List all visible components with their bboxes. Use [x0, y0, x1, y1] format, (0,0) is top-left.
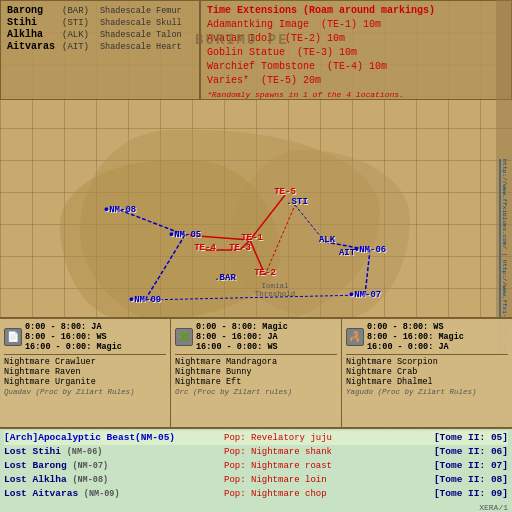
- te-row: Warchief Tombstone (TE-4) 10m: [207, 60, 505, 74]
- spawn-row-aitvaras: Lost Aitvaras (NM-09) Pop: Nightmare cho…: [4, 487, 508, 501]
- nm-list-row: Stihi (STI) Shadescale Skull: [7, 17, 193, 28]
- nm-desc: Shadescale Femur: [100, 6, 182, 16]
- nm-panel-2-monsters: Nightmare Mandragora Nightmare Bunny Nig…: [175, 357, 337, 387]
- nm-name: Aitvaras: [7, 41, 62, 52]
- time-extensions-panel: Time Extensions (Roam around markings) A…: [200, 0, 512, 100]
- spawn-header-row: [Arch]Apocalyptic Beast(NM-05) Pop: Reve…: [4, 431, 508, 445]
- spawn-header-col1: [Arch]Apocalyptic Beast(NM-05): [4, 431, 224, 445]
- nm-desc: Shadescale Skull: [100, 18, 182, 28]
- nm-panel-1: 📄 0:00 - 8:00: JA 8:00 - 16:00: WS 16:00…: [0, 319, 171, 427]
- spawn-header-col2: Pop: Revelatory juju: [224, 431, 418, 445]
- spawn-row-alklha: Lost Alklha (NM-08) Pop: Nightmare loin …: [4, 473, 508, 487]
- te-row: Adamantking Image (TE-1) 10m: [207, 18, 505, 32]
- spawn-aitvaras-col1: Lost Aitvaras (NM-09): [4, 487, 224, 501]
- te-row: Avatar Idol (TE-2) 10m: [207, 32, 505, 46]
- spawn-barong-col2: Pop: Nightmare roast: [224, 459, 418, 473]
- nm-panels: 📄 0:00 - 8:00: JA 8:00 - 16:00: WS 16:00…: [0, 317, 512, 427]
- nm-panel-3: 🦂 0:00 - 8:00: WS 8:00 - 16:00: Magic 16…: [342, 319, 512, 427]
- spawn-stihi-col2: Pop: Nightmare shank: [224, 445, 418, 459]
- nm-panel-3-times: 0:00 - 8:00: WS 8:00 - 16:00: Magic 16:0…: [367, 322, 464, 352]
- nm-name: Stihi: [7, 17, 62, 28]
- nm-panel-3-icon: 🦂: [346, 328, 364, 346]
- nm-panel-3-monsters: Nightmare Scorpion Nightmare Crab Nightm…: [346, 357, 508, 387]
- nm-panel-2-header: 🌿 0:00 - 8:00: Magic 8:00 - 16:00: JA 16…: [175, 322, 337, 355]
- spawn-row-stihi: Lost Stihi (NM-06) Pop: Nightmare shank …: [4, 445, 508, 459]
- spawn-barong-col1: Lost Barong (NM-07): [4, 459, 224, 473]
- time-ext-title: Time Extensions (Roam around markings): [207, 5, 505, 16]
- nm-id: (STI): [62, 18, 100, 28]
- spawn-alklha-col3: [Tome II: 08]: [418, 473, 508, 487]
- nm-panel-1-header: 📄 0:00 - 8:00: JA 8:00 - 16:00: WS 16:00…: [4, 322, 166, 355]
- nm-panel-2-proc: Orc (Proc by Zilart rules): [175, 388, 337, 396]
- nm-panel-1-times: 0:00 - 8:00: JA 8:00 - 16:00: WS 16:00 -…: [25, 322, 122, 352]
- spawn-barong-col3: [Tome II: 07]: [418, 459, 508, 473]
- te-row: Varies* (TE-5) 20m: [207, 74, 505, 88]
- nm-desc: Shadescale Talon: [100, 30, 182, 40]
- spawn-stihi-col3: [Tome II: 06]: [418, 445, 508, 459]
- te-row: Goblin Statue (TE-3) 10m: [207, 46, 505, 60]
- nm-panel-3-header: 🦂 0:00 - 8:00: WS 8:00 - 16:00: Magic 16…: [346, 322, 508, 355]
- spawn-aitvaras-col2: Pop: Nightmare chop: [224, 487, 418, 501]
- te-note: *Randomly spawns in 1 of the 4 locations…: [207, 90, 505, 99]
- nm-rows: Barong (BAR) Shadescale Femur Stihi (STI…: [7, 5, 193, 52]
- nm-panel-3-proc: Yagudo (Proc by Zilart Rules): [346, 388, 508, 396]
- nm-panel-2-times: 0:00 - 8:00: Magic 8:00 - 16:00: JA 16:0…: [196, 322, 288, 352]
- nm-id: (BAR): [62, 6, 100, 16]
- nm-panel-2-icon: 🌿: [175, 328, 193, 346]
- nm-panel-1-monsters: Nightmare Crawluer Nightmare Raven Night…: [4, 357, 166, 387]
- nm-name: Barong: [7, 5, 62, 16]
- top-panel: Barong (BAR) Shadescale Femur Stihi (STI…: [0, 0, 512, 100]
- nm-list-panel: Barong (BAR) Shadescale Femur Stihi (STI…: [0, 0, 200, 100]
- spawn-header-col3: [Tome II: 05]: [418, 431, 508, 445]
- nm-list-row: Alklha (ALK) Shadescale Talon: [7, 29, 193, 40]
- spawn-alklha-col2: Pop: Nightmare loin: [224, 473, 418, 487]
- nm-desc: Shadescale Heart: [100, 42, 182, 52]
- threshold-label: IomialThreshold: [245, 282, 305, 298]
- spawn-list: [Arch]Apocalyptic Beast(NM-05) Pop: Reve…: [0, 427, 512, 503]
- nm-id: (ALK): [62, 30, 100, 40]
- nm-panel-1-proc: Quadav (Proc by Zilart Rules): [4, 388, 166, 396]
- spawn-aitvaras-col3: [Tome II: 09]: [418, 487, 508, 501]
- te-rows: Adamantking Image (TE-1) 10mAvatar Idol …: [207, 18, 505, 88]
- spawn-row-barong: Lost Barong (NM-07) Pop: Nightmare roast…: [4, 459, 508, 473]
- bottom-section: 📄 0:00 - 8:00: JA 8:00 - 16:00: WS 16:00…: [0, 317, 512, 512]
- nm-id: (AIT): [62, 42, 100, 52]
- nm-list-row: Barong (BAR) Shadescale Femur: [7, 5, 193, 16]
- spawn-stihi-col1: Lost Stihi (NM-06): [4, 445, 224, 459]
- spawn-alklha-col1: Lost Alklha (NM-08): [4, 473, 224, 487]
- nm-list-row: Aitvaras (AIT) Shadescale Heart: [7, 41, 193, 52]
- nm-name: Alklha: [7, 29, 62, 40]
- xera-footer: XERA/1: [0, 503, 512, 512]
- nm-panel-1-icon: 📄: [4, 328, 22, 346]
- nm-panel-2: 🌿 0:00 - 8:00: Magic 8:00 - 16:00: JA 16…: [171, 319, 342, 427]
- map-container: Barong (BAR) Shadescale Femur Stihi (STI…: [0, 0, 512, 512]
